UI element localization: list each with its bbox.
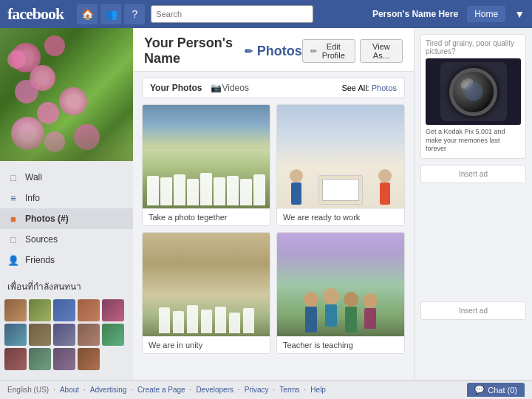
photo-image-4: [277, 233, 404, 336]
photos-section-label: Photos: [257, 44, 302, 59]
view-as-button[interactable]: View As...: [360, 39, 403, 63]
profile-actions: ✏ Edit Profile View As...: [302, 39, 403, 63]
sidebar-wall-label: Wall: [25, 172, 42, 183]
photos-icon: ■: [7, 213, 19, 225]
photo-caption-4: Teacher is teaching: [277, 336, 404, 353]
sidebar-item-info[interactable]: ≡ Info: [0, 188, 133, 208]
home-nav-icon[interactable]: 🏠: [77, 4, 98, 24]
advertisement-box: Tired of grainy, poor quality pictures? …: [420, 34, 526, 159]
chat-button[interactable]: 💬 Chat (0): [467, 383, 525, 397]
sidebar-photos-label: Photos (#): [25, 214, 69, 224]
see-all-label: See All:: [341, 83, 369, 92]
sidebar-item-wall[interactable]: □ Wall: [0, 167, 133, 188]
photos-tabs: Your Photos 📷Videos See All: Photos: [142, 78, 405, 98]
photo-caption-2: We are ready to work: [277, 208, 404, 225]
footer-help-link[interactable]: Help: [310, 386, 326, 394]
friend-avatar[interactable]: [29, 324, 51, 346]
friend-avatar[interactable]: [53, 324, 75, 346]
footer-separator: ·: [304, 386, 307, 394]
friend-avatar[interactable]: [29, 348, 51, 370]
footer-separator: ·: [131, 386, 133, 394]
center-content: Your Person's Name ✏ Photos ✏ Edit Profi…: [133, 28, 414, 399]
friend-avatar[interactable]: [29, 299, 51, 321]
nav-dropdown-arrow[interactable]: ▼: [514, 8, 525, 20]
friend-avatar[interactable]: [53, 299, 75, 321]
photo-grid: Take a photo tegether: [142, 104, 405, 354]
photo-item-4[interactable]: Teacher is teaching: [276, 232, 405, 354]
footer-developers-link[interactable]: Developers: [196, 386, 233, 394]
insert-ad-box-1: Insert ad: [420, 165, 526, 183]
friend-avatar[interactable]: [78, 348, 100, 370]
sidebar-friends-label: Friends: [25, 255, 55, 265]
see-all-section: See All: Photos: [341, 83, 397, 92]
friends-talking-section: เพื่อนที่กำลังสนทนา: [0, 276, 133, 296]
chat-bubble-icon: 💬: [474, 385, 485, 395]
facebook-logo: facebook: [7, 4, 64, 24]
footer-separator: ·: [273, 386, 276, 394]
ad-product-text: Get a Kodak Pix 5.001 and make your memo…: [426, 128, 521, 154]
info-icon: ≡: [7, 192, 19, 204]
friend-avatar[interactable]: [102, 324, 124, 346]
footer-privacy-link[interactable]: Privacy: [245, 386, 269, 394]
friend-avatar[interactable]: [4, 324, 27, 346]
person-name-nav: Person's Name Here: [372, 9, 458, 19]
friends-icon: 👤: [7, 254, 19, 266]
sources-icon: □: [7, 233, 19, 245]
friend-avatar[interactable]: [78, 324, 100, 346]
footer-separator: ·: [238, 386, 240, 394]
wall-icon: □: [7, 171, 19, 183]
photo-image-3: [143, 233, 270, 336]
friend-avatars-grid: [0, 296, 133, 373]
edit-name-icon[interactable]: ✏: [245, 46, 253, 57]
footer-separator: ·: [53, 386, 55, 394]
friend-avatar[interactable]: [102, 299, 124, 321]
insert-ad-label-2: Insert ad: [459, 307, 488, 315]
help-nav-icon[interactable]: ?: [124, 4, 145, 24]
friend-avatar[interactable]: [4, 299, 27, 321]
friend-avatar[interactable]: [78, 299, 100, 321]
search-input[interactable]: [151, 5, 313, 23]
footer-create-page-link[interactable]: Create a Page: [137, 386, 185, 394]
your-photos-tab[interactable]: Your Photos: [150, 83, 202, 93]
photo-image-2: [277, 105, 404, 208]
footer-separator: ·: [190, 386, 192, 394]
home-button[interactable]: Home: [467, 6, 505, 22]
friend-avatar[interactable]: [53, 348, 75, 370]
edit-profile-button[interactable]: ✏ Edit Profile: [302, 39, 355, 63]
photo-item-1[interactable]: Take a photo tegether: [142, 104, 270, 226]
sidebar-info-label: Info: [25, 193, 40, 203]
person-name-title: Your Person's Name: [144, 35, 240, 66]
insert-ad-label-1: Insert ad: [459, 170, 488, 178]
chat-label: Chat (0): [488, 386, 517, 395]
friends-nav-icon[interactable]: 👥: [100, 4, 121, 24]
right-sidebar: Tired of grainy, poor quality pictures? …: [414, 28, 532, 399]
sidebar-item-photos[interactable]: ■ Photos (#): [0, 208, 133, 229]
footer-lang: English (US): [7, 386, 49, 394]
sidebar-item-sources[interactable]: □ Sources: [0, 229, 133, 250]
footer-advertising-link[interactable]: Advertising: [90, 386, 126, 394]
nav-right-section: Person's Name Here Home ▼: [372, 6, 525, 22]
photos-section: Your Photos 📷Videos See All: Photos: [133, 72, 414, 360]
photo-caption-3: We are in unity: [143, 336, 270, 353]
left-sidebar: □ Wall ≡ Info ■ Photos (#) □ Sources 👤 F…: [0, 28, 133, 399]
profile-title: Your Person's Name ✏ Photos: [144, 35, 302, 66]
profile-header: Your Person's Name ✏ Photos ✏ Edit Profi…: [133, 28, 414, 72]
pencil-icon: ✏: [310, 47, 317, 56]
see-all-photos-link[interactable]: Photos: [372, 83, 397, 92]
ad-tired-text: Tired of grainy, poor quality pictures?: [426, 39, 521, 55]
photo-image-1: [143, 105, 270, 208]
insert-ad-box-2: Insert ad: [420, 301, 526, 320]
footer-separator: ·: [83, 386, 86, 394]
camera-ad-image: [426, 58, 521, 125]
footer-terms-link[interactable]: Terms: [279, 386, 299, 394]
friend-avatar[interactable]: [4, 348, 27, 370]
sidebar-navigation: □ Wall ≡ Info ■ Photos (#) □ Sources 👤 F…: [0, 161, 133, 276]
footer-about-link[interactable]: About: [60, 386, 79, 394]
thai-text: เพื่อนที่กำลังสนทนา: [7, 279, 81, 293]
top-navigation: facebook 🏠 👥 ? Person's Name Here Home ▼: [0, 0, 532, 28]
main-layout: □ Wall ≡ Info ■ Photos (#) □ Sources 👤 F…: [0, 28, 532, 399]
photo-item-2[interactable]: We are ready to work: [276, 104, 405, 226]
sidebar-item-friends[interactable]: 👤 Friends: [0, 250, 133, 270]
videos-tab[interactable]: 📷Videos: [211, 83, 248, 93]
photo-item-3[interactable]: We are in unity: [142, 232, 270, 354]
